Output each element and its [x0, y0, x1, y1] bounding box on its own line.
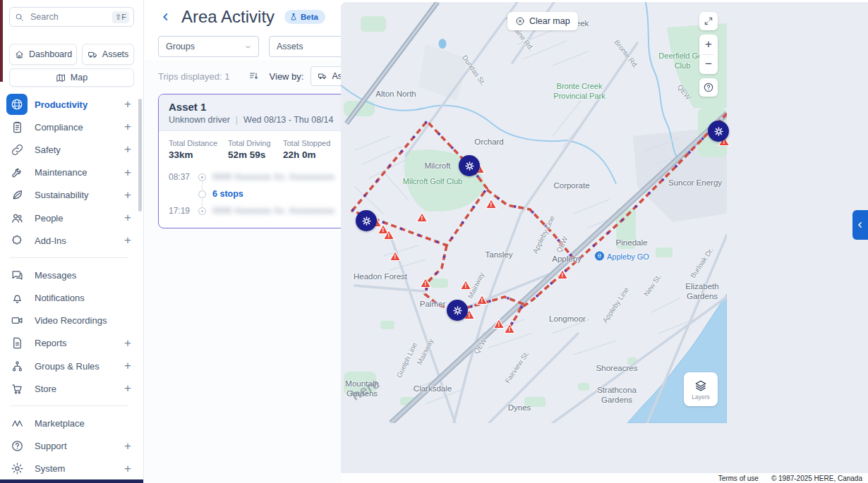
expand-plus-icon[interactable]: + [124, 120, 131, 134]
trip-end-time: 17:19 [169, 206, 193, 216]
groups-select[interactable]: Groups [158, 36, 259, 57]
assets-button[interactable]: Assets [82, 44, 134, 65]
bell-icon [9, 291, 25, 306]
exception-warning-icon[interactable]: ! [460, 280, 472, 291]
mark-icon [9, 416, 25, 432]
stat-total-stopped: Total Stopped22h 0m [283, 139, 342, 160]
expand-plus-icon[interactable]: + [124, 439, 131, 453]
panel-toggle-button[interactable] [852, 210, 868, 240]
sidebar-item-reports[interactable]: Reports+ [0, 332, 138, 355]
chat-icon [9, 267, 25, 283]
sidebar-item-compliance[interactable]: Compliance+ [0, 116, 138, 138]
expand-plus-icon[interactable]: + [124, 211, 131, 225]
sidebar-item-groups-rules[interactable]: Groups & Rules+ [0, 355, 138, 377]
svg-text:!: ! [421, 214, 423, 221]
sidebar-item-label: Reports [35, 338, 67, 348]
sidebar-item-people[interactable]: People+ [0, 207, 138, 229]
chevron-left-icon [855, 220, 865, 230]
layers-label: Layers [692, 393, 710, 401]
page-title: Area Activity [181, 7, 275, 27]
exception-warning-icon[interactable]: ! [476, 295, 488, 305]
expand-plus-icon[interactable]: + [124, 233, 131, 247]
trips-displayed-count: Trips displayed: 1 [158, 71, 229, 82]
sidebar-item-label: Compliance [35, 122, 83, 133]
expand-plus-icon[interactable]: + [124, 166, 131, 180]
sidebar-item-support[interactable]: Support+ [0, 435, 138, 458]
sidebar-item-notifications[interactable]: Notifications [0, 287, 138, 310]
expand-plus-icon[interactable]: + [124, 97, 131, 111]
trip-date-range: Wed 08/13 - Thu 08/14 [243, 115, 333, 125]
exception-warning-icon[interactable]: ! [420, 278, 432, 288]
svg-text:!: ! [465, 282, 467, 289]
asset-marker[interactable] [708, 121, 729, 142]
help-button[interactable] [699, 78, 718, 97]
exception-warning-icon[interactable]: ! [557, 269, 569, 280]
transit-station-label: Appleby GO [607, 252, 649, 260]
sidebar-item-system[interactable]: System+ [0, 458, 138, 480]
puzzle-icon [9, 233, 25, 248]
sidebar-item-add-ins[interactable]: Add-Ins+ [0, 229, 138, 252]
exception-warning-icon[interactable]: ! [486, 199, 498, 209]
exception-warning-icon[interactable]: ! [390, 251, 402, 262]
clear-circle-icon [515, 16, 525, 26]
globe-icon [6, 94, 28, 115]
sidebar-item-productivity[interactable]: Productivity+ [0, 93, 138, 116]
sidebar-item-sustainability[interactable]: Sustainability+ [0, 184, 138, 207]
map-canvas[interactable]: CreekTremaine Rd.Dundas St.Alton NorthDe… [341, 2, 868, 483]
svg-text:!: ! [562, 271, 564, 279]
tree-icon [9, 358, 25, 374]
asset-marker[interactable] [459, 155, 480, 176]
terms-of-use-link[interactable]: Terms of use [718, 475, 759, 482]
stops-icon [197, 190, 207, 198]
dashboard-button[interactable]: Dashboard [9, 44, 77, 65]
sidebar-item-messages[interactable]: Messages [0, 264, 138, 286]
sidebar-divider [10, 257, 128, 258]
exception-warning-icon[interactable]: ! [416, 212, 428, 223]
sidebar-item-safety[interactable]: Safety+ [0, 138, 138, 161]
sidebar-item-label: Groups & Rules [35, 361, 100, 372]
sidebar-bottom-bar [0, 479, 143, 483]
sidebar-accent-strip [0, 0, 3, 82]
map-button[interactable]: Map [9, 68, 134, 87]
exception-warning-icon[interactable]: ! [504, 324, 516, 334]
transit-station: Appleby GO [595, 252, 649, 261]
layers-button[interactable]: Layers [684, 372, 718, 406]
stat-label: Total Distance [169, 139, 228, 147]
assets-label: Assets [102, 49, 129, 59]
zoom-in-button[interactable]: + [699, 35, 718, 54]
expand-plus-icon[interactable]: + [124, 381, 131, 396]
asset-marker[interactable] [356, 210, 377, 231]
link-icon [9, 142, 25, 157]
sidebar-item-marketplace[interactable]: Marketplace [0, 412, 138, 434]
expand-plus-icon[interactable]: + [124, 142, 131, 157]
svg-text:!: ! [469, 312, 471, 319]
expand-plus-icon[interactable]: + [124, 336, 131, 350]
expand-plus-icon[interactable]: + [124, 188, 131, 202]
svg-text:!: ! [509, 326, 511, 333]
sidebar-scrollbar[interactable] [138, 99, 142, 212]
expand-plus-icon[interactable]: + [124, 462, 131, 476]
expand-plus-icon[interactable]: + [124, 359, 131, 373]
search-input[interactable] [29, 11, 108, 23]
map-label: Map [71, 73, 88, 82]
stat-total-driving: Total Driving52m 59s [228, 139, 283, 160]
stops-link[interactable]: 6 stops [212, 189, 243, 199]
sidebar-item-store[interactable]: Store+ [0, 377, 138, 400]
separator: | [236, 115, 238, 125]
sort-icon[interactable] [248, 71, 260, 82]
zoom-out-button[interactable]: − [699, 55, 718, 75]
beta-label: Beta [301, 13, 318, 21]
back-button[interactable] [159, 10, 173, 24]
fullscreen-button[interactable] [699, 12, 718, 30]
dashboard-label: Dashboard [29, 49, 72, 59]
sidebar-item-video-recordings[interactable]: Video Recordings [0, 310, 138, 332]
sidebar-item-maintenance[interactable]: Maintenance+ [0, 161, 138, 184]
help-icon [9, 439, 25, 454]
question-icon [703, 82, 714, 93]
asset-marker[interactable] [447, 300, 468, 321]
asset-name: Asset 1 [169, 101, 334, 113]
clear-map-button[interactable]: Clear map [507, 12, 578, 30]
exception-warning-icon[interactable]: ! [383, 230, 395, 240]
search-box[interactable]: ⇧F [9, 7, 134, 27]
stat-value: 22h 0m [283, 149, 342, 160]
